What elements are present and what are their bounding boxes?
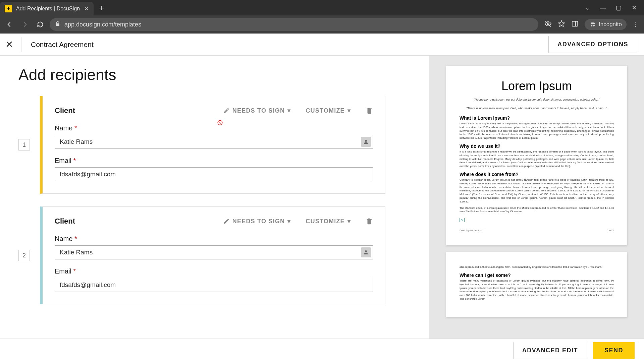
page-title: Add recipients (18, 66, 416, 84)
chevron-down-icon: ▾ (287, 107, 291, 114)
svg-rect-1 (572, 21, 578, 26)
doc-title: Lorem Ipsum (460, 79, 614, 93)
document-preview-pane: Lorem Ipsum "Neque porro quisquam est qu… (429, 56, 644, 339)
document-page[interactable]: Lorem Ipsum "Neque porro quisquam est qu… (446, 66, 627, 245)
doc-paragraph: also reproduced in their exact original … (460, 265, 614, 269)
svg-point-3 (593, 25, 595, 26)
reload-button[interactable] (34, 18, 46, 31)
customize-dropdown[interactable]: CUSTOMIZE ▾ (306, 218, 351, 225)
chevron-down-icon: ▾ (347, 107, 351, 114)
recipient-row: 1 Client NEEDS TO SIGN ▾ CUSTOMIZE ▾ (18, 96, 416, 194)
name-input[interactable] (55, 245, 373, 259)
delete-recipient-button[interactable] (366, 107, 373, 114)
pen-icon (223, 107, 230, 114)
incognito-badge[interactable]: Incognito (585, 19, 627, 30)
eye-off-icon[interactable] (544, 20, 552, 29)
advanced-options-button[interactable]: ADVANCED OPTIONS (548, 36, 637, 53)
tabs-dropdown-icon[interactable]: ⌄ (585, 4, 590, 11)
tab-title: Add Recipients | DocuSign (16, 6, 80, 12)
close-button[interactable]: ✕ (7, 37, 21, 52)
name-label: Name * (55, 235, 373, 243)
doc-paragraph: Contrary to popular belief, Lorem Ipsum … (460, 178, 614, 204)
pen-icon (223, 218, 230, 225)
doc-heading: Where does it come from? (460, 172, 614, 177)
advanced-edit-button[interactable]: ADVANCED EDIT (513, 342, 587, 359)
docusign-header: ✕ Contract Agreement ADVANCED OPTIONS (0, 34, 644, 56)
tab-close-icon[interactable]: ✕ (84, 5, 89, 12)
recipients-panel: Add recipients 1 Client NEEDS TO SIGN ▾ … (0, 56, 429, 339)
side-panel-icon[interactable] (571, 20, 579, 29)
document-name: Contract Agreement (31, 41, 94, 49)
recipient-row: 2 Client NEEDS TO SIGN ▾ CUSTOMIZE ▾ (18, 206, 416, 304)
signing-order-box[interactable]: 2 (18, 250, 30, 261)
doc-paragraph: There are many variations of passages of… (460, 279, 614, 301)
address-book-icon[interactable] (361, 137, 371, 147)
lock-icon (55, 21, 60, 28)
recipient-role: Client (55, 217, 75, 226)
trash-icon (366, 218, 373, 225)
name-input[interactable] (55, 135, 373, 149)
url-text: app.docusign.com/templates (64, 21, 533, 28)
email-label: Email * (55, 157, 373, 165)
doc-paragraph: Lorem Ipsum is simply dummy text of the … (460, 122, 614, 140)
footer-bar: ADVANCED EDIT SEND (0, 339, 644, 362)
needs-to-sign-dropdown[interactable]: NEEDS TO SIGN ▾ (223, 107, 291, 114)
recipient-card: Client NEEDS TO SIGN ▾ CUSTOMIZE ▾ (40, 96, 385, 194)
svg-point-2 (591, 25, 592, 26)
workspace: Add recipients 1 Client NEEDS TO SIGN ▾ … (0, 56, 644, 339)
email-input[interactable] (55, 278, 373, 292)
name-label: Name * (55, 124, 373, 132)
recipient-role: Client (55, 106, 75, 115)
browser-tab[interactable]: Add Recipients | DocuSign ✕ (0, 2, 94, 15)
incognito-label: Incognito (599, 21, 622, 28)
no-drop-cursor-icon (217, 120, 223, 126)
browser-titlebar: Add Recipients | DocuSign ✕ + ⌄ — ▢ ✕ (0, 0, 644, 15)
new-tab-button[interactable]: + (94, 0, 109, 15)
close-window-icon[interactable]: ✕ (632, 4, 637, 11)
document-page[interactable]: also reproduced in their exact original … (446, 252, 627, 317)
doc-heading: What is Lorem Ipsum? (460, 115, 614, 121)
email-input[interactable] (55, 167, 373, 181)
minimize-icon[interactable]: — (600, 4, 606, 11)
send-button[interactable]: SEND (593, 342, 635, 359)
toolbar-right-icons: Incognito ⋮ (542, 19, 641, 30)
docusign-favicon (5, 5, 12, 12)
doc-quote: "Neque porro quisquam est qui dolorem ip… (460, 98, 614, 101)
customize-dropdown[interactable]: CUSTOMIZE ▾ (306, 107, 351, 114)
delete-recipient-button[interactable] (366, 218, 373, 225)
address-book-icon[interactable] (361, 247, 371, 257)
doc-paragraph: The standard chunk of Lorem Ipsum used s… (460, 206, 614, 214)
window-controls: ⌄ — ▢ ✕ (577, 0, 644, 15)
recipient-card: Client NEEDS TO SIGN ▾ CUSTOMIZE ▾ (40, 206, 385, 304)
chevron-down-icon: ▾ (347, 218, 351, 225)
doc-heading: Where can I get some? (460, 273, 614, 278)
doc-filename: Deal Agreement.pdf (460, 229, 483, 232)
trash-icon (366, 107, 373, 114)
doc-page-count: 1 of 2 (607, 229, 614, 232)
signature-tag-icon: ✎ (460, 218, 465, 222)
chevron-down-icon: ▾ (287, 218, 291, 225)
signing-order-box[interactable]: 1 (18, 139, 30, 150)
forward-button[interactable] (19, 18, 31, 31)
back-button[interactable] (3, 18, 15, 31)
maximize-icon[interactable]: ▢ (616, 4, 622, 11)
doc-heading: Why do we use it? (460, 143, 614, 149)
kebab-menu-icon[interactable]: ⋮ (633, 21, 638, 28)
doc-paragraph: It is a long established fact that a rea… (460, 150, 614, 168)
bookmark-star-icon[interactable] (558, 20, 565, 29)
needs-to-sign-dropdown[interactable]: NEEDS TO SIGN ▾ (223, 218, 291, 225)
browser-toolbar: app.docusign.com/templates Incognito ⋮ (0, 15, 644, 34)
address-bar[interactable]: app.docusign.com/templates (50, 18, 538, 31)
doc-quote: "There is no one who loves pain itself, … (460, 107, 614, 110)
email-label: Email * (55, 267, 373, 275)
